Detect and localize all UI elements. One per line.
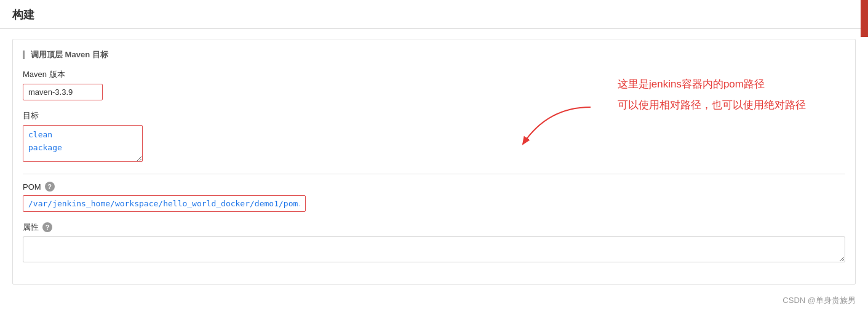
main-content: 调用顶层 Maven 目标 Maven 版本 目标 clean package: [0, 29, 868, 294]
maven-subsection: 调用顶层 Maven 目标 Maven 版本 目标 clean package: [12, 39, 856, 285]
properties-label: 属性 ?: [23, 222, 845, 233]
pom-input[interactable]: [23, 195, 306, 212]
annotation-area: 这里是jenkins容器内的pom路径 可以使用相对路径，也可以使用绝对路径: [618, 76, 806, 113]
section-title: 构建: [12, 9, 34, 21]
properties-textarea[interactable]: [23, 236, 845, 262]
properties-group: 属性 ?: [23, 222, 845, 264]
goals-group: 目标 clean package: [23, 110, 845, 164]
footer: CSDN @单身贵族男: [782, 295, 856, 306]
goals-textarea[interactable]: clean package: [23, 125, 143, 162]
annotation-line1: 这里是jenkins容器内的pom路径: [618, 76, 765, 92]
pom-label: POM ?: [23, 182, 845, 192]
pom-help-icon[interactable]: ?: [45, 182, 55, 192]
divider1: [23, 174, 845, 174]
page-container: 构建 调用顶层 Maven 目标 Maven 版本 目标 clean packa…: [0, 0, 868, 311]
section-header: 构建: [0, 0, 868, 29]
properties-help-icon[interactable]: ?: [42, 222, 52, 232]
pom-group: POM ?: [23, 182, 845, 212]
subsection-title: 调用顶层 Maven 目标: [23, 49, 845, 60]
annotation-line2: 可以使用相对路径，也可以使用绝对路径: [618, 97, 806, 113]
maven-version-input[interactable]: [23, 84, 103, 100]
